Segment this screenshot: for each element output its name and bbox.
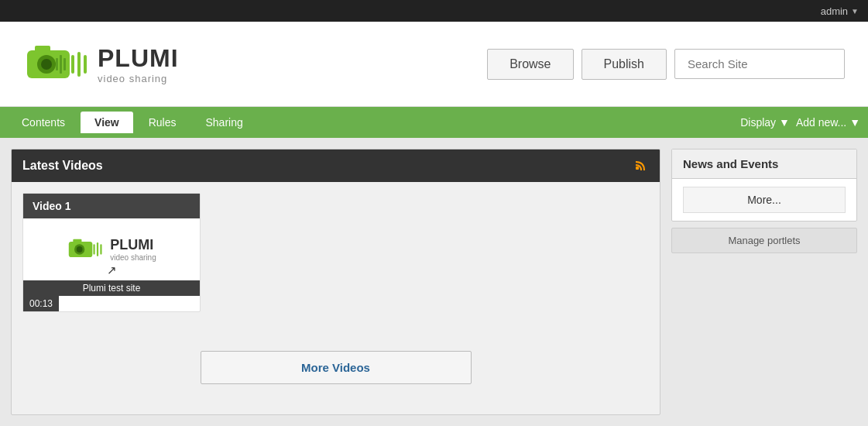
panel-title: Latest Videos xyxy=(22,159,103,173)
video-thumb-logo-icon xyxy=(67,236,105,263)
video-card[interactable]: Video 1 P xyxy=(22,193,201,312)
user-menu-arrow: ▼ xyxy=(851,7,859,15)
add-new-dropdown[interactable]: Add new... ▼ xyxy=(796,116,860,129)
cursor-indicator: ↗ xyxy=(107,263,117,277)
portlet-body: More... xyxy=(672,179,856,221)
portlet-box: News and Events More... xyxy=(671,149,857,222)
svg-rect-5 xyxy=(77,52,81,77)
publish-button[interactable]: Publish xyxy=(582,49,667,80)
svg-rect-3 xyxy=(35,46,50,52)
search-input[interactable] xyxy=(674,49,845,79)
svg-rect-4 xyxy=(71,55,74,74)
more-videos-button[interactable]: More Videos xyxy=(201,351,472,384)
tab-rules[interactable]: Rules xyxy=(135,112,190,133)
video-thumb-inner: PLUMI video sharing xyxy=(67,236,156,263)
left-panel: Latest Videos Video 1 xyxy=(11,149,660,415)
svg-rect-8 xyxy=(60,55,62,74)
username-label: admin xyxy=(821,5,848,17)
camera-svg xyxy=(23,41,93,88)
tab-view[interactable]: View xyxy=(81,112,133,133)
svg-rect-6 xyxy=(84,55,87,74)
toolbar-right: Display ▼ Add new... ▼ xyxy=(740,116,860,129)
user-menu[interactable]: admin ▼ xyxy=(821,5,859,17)
logo-subtitle: video sharing xyxy=(98,73,179,84)
green-toolbar: Contents View Rules Sharing Display ▼ Ad… xyxy=(0,107,868,138)
browse-button[interactable]: Browse xyxy=(487,49,573,80)
right-panel: News and Events More... Manage portlets xyxy=(671,149,857,415)
display-dropdown[interactable]: Display ▼ xyxy=(740,116,790,129)
svg-rect-7 xyxy=(56,58,58,70)
logo-name: PLUMI xyxy=(98,44,179,73)
svg-rect-10 xyxy=(636,167,639,170)
manage-portlets-link[interactable]: Manage portlets xyxy=(671,228,857,253)
top-bar: admin ▼ xyxy=(0,0,868,22)
panel-body: Video 1 P xyxy=(12,182,660,395)
panel-header: Latest Videos xyxy=(12,149,660,182)
portlet-more-button[interactable]: More... xyxy=(683,187,846,213)
portlet-header: News and Events xyxy=(672,149,856,179)
logo-area[interactable]: PLUMI video sharing xyxy=(23,41,179,88)
video-thumbnail: PLUMI video sharing ↗ xyxy=(23,218,200,280)
header-nav: Browse Publish xyxy=(487,49,845,80)
svg-point-2 xyxy=(41,59,52,70)
svg-rect-14 xyxy=(74,239,82,242)
rss-feed-icon xyxy=(635,157,649,171)
svg-rect-16 xyxy=(97,242,98,256)
tab-contents[interactable]: Contents xyxy=(8,112,79,133)
svg-rect-9 xyxy=(63,58,66,70)
thumb-plumi-name: PLUMI xyxy=(110,237,156,253)
video-duration: 00:13 xyxy=(23,296,59,311)
logo-icon xyxy=(23,41,93,88)
svg-rect-17 xyxy=(101,244,102,254)
thumb-plumi-subtitle: video sharing xyxy=(110,253,156,262)
svg-point-13 xyxy=(77,246,83,253)
thumb-logo-text: PLUMI video sharing xyxy=(110,237,156,262)
main-content: Latest Videos Video 1 xyxy=(0,138,868,426)
rss-icon[interactable] xyxy=(635,157,649,174)
video-card-title: Video 1 xyxy=(23,194,200,218)
logo-text: PLUMI video sharing xyxy=(98,44,179,84)
video-site-label: Plumi test site xyxy=(23,280,200,296)
svg-rect-15 xyxy=(94,244,95,254)
tab-sharing[interactable]: Sharing xyxy=(192,112,257,133)
site-header: PLUMI video sharing Browse Publish xyxy=(0,22,868,107)
video-overlay: Plumi test site 00:13 xyxy=(23,280,200,311)
